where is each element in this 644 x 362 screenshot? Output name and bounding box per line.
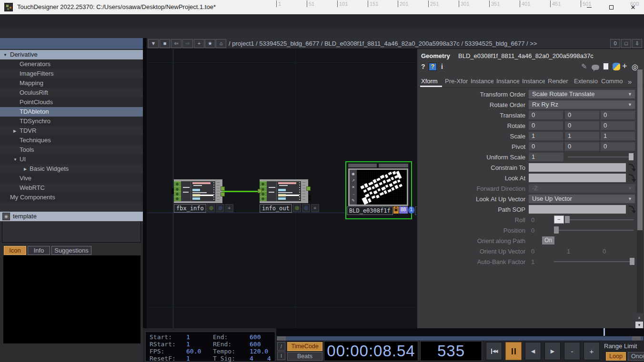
increment-button[interactable]: +: [584, 342, 600, 360]
scroll-down-icon[interactable]: ▼: [635, 322, 643, 329]
sidebar-item-webrtc[interactable]: WebRTC: [0, 183, 143, 193]
expand-icon[interactable]: ▼: [3, 50, 7, 60]
tab-render[interactable]: Render: [548, 78, 572, 86]
node-input-connector[interactable]: [171, 188, 174, 194]
timeline-ruler[interactable]: [276, 328, 644, 336]
position-value[interactable]: 0: [531, 227, 534, 234]
auto-bank-value[interactable]: 1: [531, 258, 534, 265]
op-pick-arrow-icon[interactable]: [627, 163, 636, 172]
transform-order-dropdown[interactable]: Scale Rotate Translate▼: [529, 90, 635, 98]
sidebar-item-tools[interactable]: Tools: [0, 145, 143, 155]
sidebar-item-imagefilters[interactable]: ImageFilters: [0, 69, 143, 78]
constrain-to-field[interactable]: [529, 163, 626, 172]
range-handle-right[interactable]: ...: [632, 336, 641, 341]
param-scrollbar-thumb[interactable]: [637, 69, 643, 230]
tab-extensions[interactable]: Extensio: [574, 78, 599, 86]
end-field[interactable]: 600: [250, 333, 261, 341]
breadcrumb[interactable]: / project1 / 53394525_bldg_6677 / BLD_e0…: [229, 40, 537, 47]
timeline-playhead[interactable]: [604, 328, 605, 336]
tab-instance3[interactable]: Instance: [522, 78, 545, 86]
add-operator-icon[interactable]: +: [194, 39, 204, 48]
loop-button[interactable]: Loop: [606, 352, 626, 361]
sidebar-item-ui[interactable]: ▼UI: [0, 155, 143, 164]
node-output-connector[interactable]: [221, 192, 225, 196]
sidebar-item-pointclouds[interactable]: PointClouds: [0, 98, 143, 107]
sidebar-item-derivative[interactable]: ▼Derivative: [0, 50, 143, 59]
expand-icon[interactable]: ▶: [24, 165, 27, 174]
sidebar-item-generators[interactable]: Generators: [0, 59, 143, 69]
template-list-item[interactable]: ◉ template: [0, 212, 143, 221]
rotate-z-field[interactable]: 0: [601, 121, 635, 130]
position-slider-handle[interactable]: [554, 226, 559, 234]
tab-xform[interactable]: Xform: [421, 78, 442, 86]
tabs-overflow-icon[interactable]: »: [628, 78, 637, 86]
orient-along-path-toggle[interactable]: On: [542, 236, 554, 245]
rotate-y-field[interactable]: 0: [565, 121, 599, 130]
tab-instance[interactable]: Instance: [471, 78, 493, 86]
tsig-b-field[interactable]: 4: [267, 355, 271, 362]
skip-to-start-button[interactable]: ◀◀: [486, 342, 502, 360]
step-forward-button[interactable]: ▶: [544, 342, 561, 360]
sidebar-item-tdableton[interactable]: TDAbleton: [0, 107, 143, 117]
copy-parameters-icon[interactable]: [603, 63, 609, 70]
rotate-x-field[interactable]: 0: [529, 121, 563, 130]
tab-common[interactable]: Commo: [601, 78, 625, 86]
sidebar-item-tdvr[interactable]: ▶TDVR: [0, 126, 143, 136]
sidebar-item-oculusrift[interactable]: OculusRift: [0, 88, 143, 98]
network-menu-icon[interactable]: ▼: [148, 39, 159, 48]
op-pick-arrow-icon[interactable]: [627, 174, 636, 183]
tsig-a-field[interactable]: 4: [250, 355, 253, 362]
node-input-connector[interactable]: [258, 189, 262, 193]
step-back-button[interactable]: ◀: [525, 342, 541, 360]
look-at-up-vector-dropdown[interactable]: Use Up Vector▼: [529, 195, 635, 203]
tempo-field[interactable]: 120.0: [250, 348, 268, 355]
sidebar-item-my-components[interactable]: My Components: [0, 193, 143, 202]
rotate-order-dropdown[interactable]: Rx Ry Rz▼: [529, 100, 635, 109]
clone-flag-icon[interactable]: [302, 204, 310, 212]
add-parameter-icon[interactable]: +: [622, 61, 627, 71]
forward-icon[interactable]: ⇨: [182, 39, 193, 48]
insert-mode-button[interactable]: I: [277, 352, 285, 360]
translate-y-field[interactable]: 0: [565, 111, 599, 119]
node-info-out[interactable]: [260, 179, 308, 203]
viewer-toggle-icon[interactable]: [293, 204, 301, 212]
python-language-icon[interactable]: [613, 63, 620, 70]
node-body[interactable]: ◉ ↗ ✕ → ✎: [348, 168, 408, 206]
node-output-connector[interactable]: [221, 186, 225, 191]
help-icon[interactable]: ?: [421, 63, 425, 70]
decrement-button[interactable]: -: [564, 342, 580, 360]
position-slider[interactable]: [554, 230, 634, 231]
expand-icon[interactable]: ▼: [13, 155, 17, 165]
range-handle-left[interactable]: ...: [277, 336, 286, 341]
orient-up-x[interactable]: 0: [531, 248, 534, 255]
sidebar-item-tdsynchro[interactable]: TDSynchro: [0, 117, 143, 126]
node-expand-icon[interactable]: +: [311, 204, 319, 212]
node-wire[interactable]: [222, 191, 260, 192]
roll-slider[interactable]: [565, 219, 634, 220]
rstart-field[interactable]: 1: [186, 341, 190, 348]
sidebar-item-basic-widgets[interactable]: ▶Basic Widgets: [0, 164, 143, 174]
start-field[interactable]: 1: [186, 333, 190, 341]
tab-pre-xform[interactable]: Pre-Xfor: [445, 78, 468, 86]
roll-slider-handle[interactable]: [565, 216, 570, 223]
node-name-label[interactable]: BLD_e0308f1f: [347, 206, 393, 215]
expand-icon[interactable]: ▶: [13, 127, 16, 136]
maximize-button[interactable]: [600, 0, 622, 14]
node-output-notch[interactable]: [309, 195, 311, 201]
pane-divider[interactable]: [143, 38, 147, 362]
display-flag-icon[interactable]: →: [352, 192, 355, 196]
sidebar-item-vive[interactable]: Vive: [0, 174, 143, 183]
render-flag-icon[interactable]: ↗: [352, 178, 355, 183]
translate-z-field[interactable]: 0: [601, 111, 635, 119]
scale-y-field[interactable]: 1: [565, 132, 599, 140]
info-icon[interactable]: i: [441, 63, 443, 70]
python-help-icon[interactable]: ?: [429, 63, 437, 71]
auto-bank-slider-handle[interactable]: [630, 258, 634, 265]
pivot-x-field[interactable]: 0: [529, 142, 563, 151]
frame-display[interactable]: 535: [420, 341, 482, 361]
home-icon[interactable]: ⌂: [216, 39, 226, 48]
pause-button[interactable]: [505, 342, 522, 360]
timeline-range-bar[interactable]: [277, 336, 644, 341]
forward-direction-dropdown[interactable]: -Z▼: [529, 184, 635, 193]
tab-instance2[interactable]: Instance: [496, 78, 519, 86]
